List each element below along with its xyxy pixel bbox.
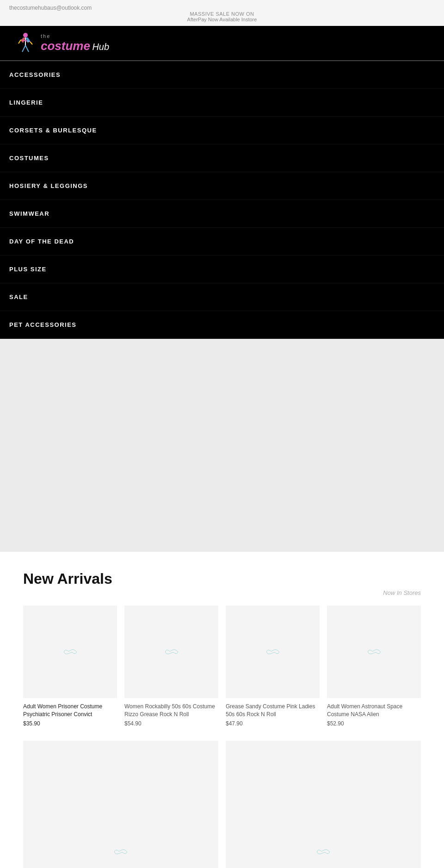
product-image-3	[226, 606, 320, 698]
product-price-3: $47.90	[226, 720, 320, 727]
product-image-4	[327, 606, 421, 698]
loading-icon-large-1	[111, 847, 130, 856]
product-card-large-2[interactable]	[226, 741, 421, 868]
logo[interactable]: the costume Hub	[14, 31, 109, 55]
svg-line-6	[30, 42, 32, 44]
product-price-2: $54.90	[124, 720, 218, 727]
loading-icon-4	[365, 647, 383, 656]
loading-icon-2	[162, 647, 181, 656]
nav-item-accessories[interactable]: ACCESSORIES	[0, 61, 444, 89]
nav-item-swimwear[interactable]: SWIMWEAR	[0, 200, 444, 228]
svg-line-3	[22, 45, 25, 52]
product-title-1: Adult Women Prisoner Costume Psychiatric…	[23, 703, 117, 718]
new-arrivals-section: New Arrivals Now In Stores Adult Women P…	[0, 552, 444, 868]
nav-menu: ACCESSORIES LINGERIE CORSETS & BURLESQUE…	[0, 61, 444, 339]
svg-line-5	[18, 40, 21, 44]
loading-icon-1	[61, 647, 80, 656]
product-image-1	[23, 606, 117, 698]
nav-item-corsets[interactable]: CORSETS & BURLESQUE	[0, 117, 444, 144]
top-bar: thecostumehubaus@outlook.com MASSIVE SAL…	[0, 0, 444, 26]
sale-banner: MASSIVE SALE NOW ON	[9, 11, 435, 17]
product-card-3[interactable]: Grease Sandy Costume Pink Ladies 50s 60s…	[226, 606, 320, 727]
product-image-large-2	[226, 741, 421, 868]
logo-text: the costume Hub	[41, 33, 109, 53]
now-in-stores-label: Now In Stores	[23, 589, 421, 596]
nav-item-lingerie[interactable]: LINGERIE	[0, 89, 444, 117]
product-price-1: $35.90	[23, 720, 117, 727]
logo-hub: Hub	[92, 42, 109, 52]
nav-item-petaccessories[interactable]: PET ACCESSORIES	[0, 311, 444, 339]
loading-icon-large-2	[314, 847, 333, 856]
logo-costume: costume	[41, 39, 90, 53]
svg-line-4	[25, 45, 29, 52]
nav-item-hosiery[interactable]: HOSIERY & LEGGINGS	[0, 172, 444, 200]
product-grid-row2	[23, 741, 421, 868]
product-title-4: Adult Women Astronaut Space Costume NASA…	[327, 703, 421, 718]
nav-item-plussize[interactable]: PLUS SIZE	[0, 256, 444, 283]
product-card-large-1[interactable]	[23, 741, 218, 868]
afterpay-banner: AfterPay Now Available Instore	[9, 17, 435, 22]
product-price-4: $52.90	[327, 720, 421, 727]
product-title-3: Grease Sandy Costume Pink Ladies 50s 60s…	[226, 703, 320, 718]
new-arrivals-title: New Arrivals	[23, 570, 421, 587]
gray-spacer	[0, 339, 444, 552]
site-header: the costume Hub	[0, 26, 444, 61]
email-address: thecostumehubaus@outlook.com	[9, 5, 435, 11]
product-title-2: Women Rockabilly 50s 60s Costume Rizzo G…	[124, 703, 218, 718]
logo-the: the	[41, 33, 109, 39]
product-grid-row1: Adult Women Prisoner Costume Psychiatric…	[23, 606, 421, 727]
svg-point-0	[23, 33, 28, 37]
logo-icon	[14, 31, 37, 55]
product-card-1[interactable]: Adult Women Prisoner Costume Psychiatric…	[23, 606, 117, 727]
product-image-large-1	[23, 741, 218, 868]
loading-icon-3	[264, 647, 282, 656]
nav-item-costumes[interactable]: COSTUMES	[0, 144, 444, 172]
product-image-2	[124, 606, 218, 698]
nav-item-dayofthedead[interactable]: DAY OF THE DEAD	[0, 228, 444, 256]
product-card-4[interactable]: Adult Women Astronaut Space Costume NASA…	[327, 606, 421, 727]
product-card-2[interactable]: Women Rockabilly 50s 60s Costume Rizzo G…	[124, 606, 218, 727]
nav-item-sale[interactable]: SALE	[0, 283, 444, 311]
